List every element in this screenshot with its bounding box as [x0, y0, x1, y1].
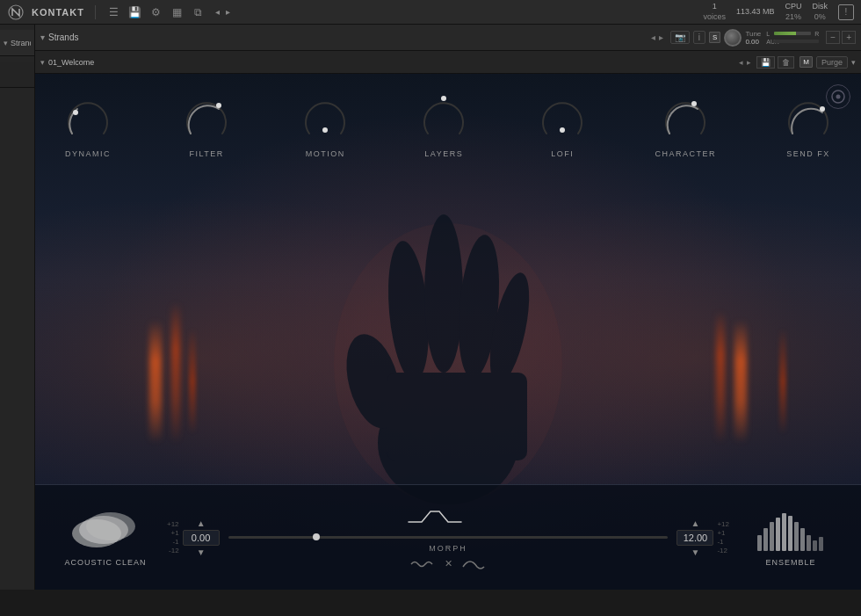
- memory-status: 113.43 MB: [736, 7, 775, 18]
- dropdown-arrow-strands[interactable]: ▾: [40, 33, 45, 42]
- strands-label: Strands: [48, 33, 651, 42]
- svg-rect-26: [788, 516, 792, 551]
- gain-minus-btn[interactable]: −: [826, 31, 840, 44]
- dynamic-knob-container: [62, 91, 114, 144]
- patch-header: [0, 62, 34, 88]
- tune-knob[interactable]: [724, 29, 742, 47]
- morph-slider-thumb[interactable]: [313, 533, 320, 540]
- purge-section: M Purge ▾: [800, 56, 856, 69]
- save-icon[interactable]: 💾: [127, 4, 143, 20]
- patch-save-btn[interactable]: 💾: [756, 56, 775, 69]
- spinner-l-m12: -12: [169, 547, 179, 554]
- spinner-r-p12: +12: [717, 520, 729, 528]
- nav-arrows: ◂ ▸: [213, 5, 232, 18]
- layers-label: LAYERS: [424, 149, 463, 158]
- svg-rect-27: [794, 522, 799, 551]
- app-name: KONTAKT: [32, 7, 84, 18]
- right-value-display[interactable]: 12.00: [676, 530, 713, 546]
- patch-delete-btn[interactable]: 🗑: [778, 56, 794, 69]
- morph-label: MORPH: [429, 544, 467, 553]
- spinner-r-m12: -12: [717, 547, 727, 554]
- meter-row-2: AUX: [766, 39, 819, 45]
- s-button[interactable]: S: [709, 32, 720, 43]
- right-up-btn[interactable]: ▲: [691, 518, 699, 528]
- patch-prev-btn[interactable]: ◂: [739, 58, 743, 67]
- left-up-btn[interactable]: ▲: [197, 518, 206, 528]
- main-area: ▾ Strands ▾ Strands ◂ ▸ 📷 i S: [0, 25, 861, 590]
- tune-control: Tune 0.00: [724, 29, 761, 47]
- svg-rect-24: [776, 518, 780, 551]
- ensemble-icon: [756, 509, 826, 553]
- svg-point-2: [836, 95, 841, 99]
- top-bar-right: 1 voices 113.43 MB CPU 21% Disk 0% !: [703, 2, 854, 22]
- bottom-controls: ACOUSTIC CLEAN +12 +1 -1 -12 ▲ 0.00 ▼: [35, 484, 861, 590]
- tune-info: Tune 0.00: [745, 30, 761, 46]
- dropdown-arrow-patch[interactable]: ▾: [40, 58, 45, 67]
- svg-point-3: [73, 110, 78, 115]
- info-btn[interactable]: i: [693, 31, 705, 44]
- filter-knob-container: [180, 91, 233, 144]
- nav-prev-btn[interactable]: ◂: [213, 5, 221, 18]
- inst-next-btn[interactable]: ▸: [659, 33, 663, 42]
- voices-status: 1 voices: [703, 2, 726, 22]
- purge-dropdown[interactable]: ▾: [851, 58, 856, 67]
- morph-icon-wave1[interactable]: [409, 558, 436, 570]
- files-icon[interactable]: ☰: [106, 4, 122, 20]
- right-spinner: ▲ 12.00 ▼ +12 +1 -1 -12: [676, 518, 729, 557]
- gain-controls: − +: [826, 31, 856, 44]
- character-label: CHARACTER: [655, 149, 716, 158]
- svg-point-20: [86, 512, 135, 540]
- left-sidebar: ▾ Strands: [0, 25, 35, 590]
- layers-knob-arc: [417, 91, 470, 144]
- meter-l-bar: [774, 32, 811, 35]
- knob-group-dynamic: DYNAMIC: [62, 91, 114, 158]
- left-down-btn[interactable]: ▼: [197, 547, 206, 557]
- voices-label: voices: [703, 12, 726, 23]
- svg-rect-28: [800, 528, 805, 551]
- svg-point-9: [820, 106, 825, 112]
- nav-next-btn[interactable]: ▸: [224, 5, 232, 18]
- svg-rect-30: [813, 540, 817, 551]
- knob-group-layers: LAYERS: [417, 91, 470, 158]
- meter-r-label: R: [812, 31, 819, 37]
- morph-slider[interactable]: [228, 536, 669, 539]
- snapshot-btn[interactable]: 📷: [670, 31, 690, 44]
- dynamic-label: DYNAMIC: [65, 149, 111, 158]
- sm-controls: S: [709, 32, 720, 43]
- svg-rect-21: [757, 535, 762, 551]
- filter-knob-arc: [180, 91, 233, 144]
- left-value-display[interactable]: 0.00: [183, 530, 220, 546]
- instrument-visual: DYNAMIC FILTER: [35, 74, 861, 590]
- m-button[interactable]: M: [800, 56, 813, 68]
- cpu-label: CPU: [785, 2, 801, 12]
- spinner-r-m1: -1: [717, 538, 723, 546]
- window-icon[interactable]: ⧉: [191, 4, 206, 20]
- morph-icons: ✕: [409, 558, 488, 570]
- purge-button[interactable]: Purge: [816, 56, 848, 69]
- knob-group-motion: MOTION: [299, 91, 351, 158]
- spinner-l-p1: +1: [170, 529, 178, 537]
- right-patch-name: ENSEMBLE: [765, 558, 815, 567]
- dropdown-arrow-instrument[interactable]: ▾: [4, 39, 8, 47]
- left-patch-section: ACOUSTIC CLEAN: [53, 509, 158, 567]
- patch-next-btn[interactable]: ▸: [747, 58, 751, 67]
- morph-section: MORPH ✕: [228, 504, 669, 570]
- settings-icon[interactable]: ⚙: [148, 4, 164, 20]
- left-spinner-labels: +12 +1 -1 -12: [167, 520, 179, 554]
- top-bar-left: KONTAKT ☰ 💾 ⚙ ▦ ⧉ ◂ ▸: [7, 4, 703, 21]
- acoustic-clean-icon: [70, 509, 141, 553]
- warning-button[interactable]: !: [838, 4, 854, 20]
- patch-action-btns: 💾 🗑: [756, 56, 794, 69]
- right-down-btn[interactable]: ▼: [691, 547, 699, 557]
- morph-icon-wave2[interactable]: [461, 558, 488, 570]
- send-fx-knob-arc: [782, 91, 835, 144]
- tune-value: 0.00: [745, 38, 761, 46]
- svg-rect-29: [807, 535, 811, 551]
- morph-x-icon[interactable]: ✕: [445, 558, 452, 570]
- cpu-status: CPU 21%: [785, 2, 801, 22]
- grid-icon[interactable]: ▦: [170, 4, 185, 20]
- motion-knob-container: [299, 91, 351, 144]
- inst-prev-btn[interactable]: ◂: [651, 33, 655, 42]
- separator: [95, 5, 96, 19]
- gain-plus-btn[interactable]: +: [842, 31, 856, 44]
